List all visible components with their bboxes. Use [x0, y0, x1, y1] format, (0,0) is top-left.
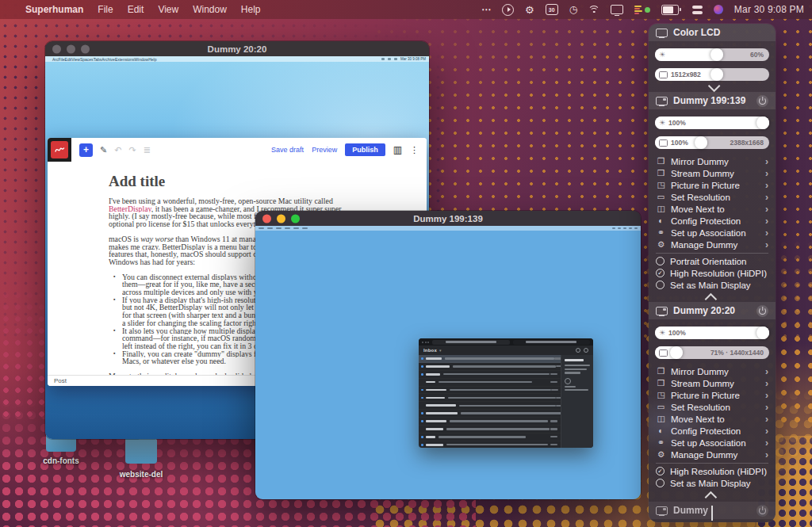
option-toggle[interactable]: ✓ High Resolution (HiDPI) — [649, 465, 776, 477]
color-profile-icon[interactable] — [714, 5, 723, 14]
more-options-icon[interactable] — [410, 145, 419, 155]
email-row[interactable] — [419, 433, 561, 441]
more-status-icon[interactable] — [481, 3, 491, 16]
menu-item[interactable]: ⚭ Set up Association › — [649, 227, 776, 239]
email-row[interactable] — [419, 410, 561, 418]
calendar-icon[interactable]: 30 — [546, 4, 558, 15]
save-draft-button[interactable]: Save draft — [271, 146, 304, 154]
menu-item[interactable]: ◫ Move Next to › — [649, 413, 776, 425]
menu-item[interactable]: ◳ Picture in Picture › — [649, 389, 776, 401]
inbox-label[interactable]: Inbox — [423, 348, 437, 353]
menu-item[interactable]: ◐ Config Protection › — [649, 215, 776, 227]
titlebar[interactable]: Dummy 199:139 — [255, 211, 641, 226]
email-tab-active[interactable] — [432, 340, 510, 345]
menu-item[interactable]: ⚭ Set up Association › — [649, 437, 776, 449]
email-client-window[interactable]: Inbox ▾ — [419, 338, 593, 448]
option-toggle[interactable]: ✓ Portrait Orientation — [649, 255, 776, 267]
email-row[interactable] — [419, 441, 561, 448]
post-title-placeholder[interactable]: Add title — [109, 173, 407, 190]
menu-item[interactable]: ◳ Picture in Picture › — [649, 179, 776, 191]
document-outline-icon[interactable] — [144, 145, 151, 155]
traffic-lights[interactable] — [52, 44, 90, 53]
option-toggle[interactable]: ✓ Set as Main Display — [649, 279, 776, 291]
minimize-button[interactable] — [277, 214, 285, 223]
menu-item[interactable]: ▭ Set Resolution › — [649, 191, 776, 203]
resolution-slider-dummy-199[interactable]: 100% 2388x1668 — [655, 136, 769, 149]
email-row[interactable] — [419, 426, 561, 433]
power-button[interactable] — [756, 505, 768, 517]
app-menu-superhuman[interactable]: Superhuman — [25, 4, 83, 15]
settings-panel-icon[interactable] — [393, 144, 402, 155]
slider-knob[interactable] — [756, 116, 769, 129]
slider-knob[interactable] — [695, 136, 707, 149]
email-row[interactable] — [419, 371, 561, 379]
menu-item[interactable]: ❒ Stream Dummy › — [649, 377, 776, 389]
menu-bar-clock[interactable]: Mar 30 9:08 PM — [734, 4, 804, 15]
email-row[interactable] — [419, 379, 561, 387]
option-toggle[interactable]: ✓ High Resolution (HiDPI) — [649, 267, 776, 279]
menu-item[interactable]: File — [98, 4, 113, 15]
email-row[interactable] — [419, 394, 561, 402]
compose-icon[interactable] — [576, 348, 580, 353]
publish-button[interactable]: Publish — [345, 143, 385, 156]
menu-item[interactable]: ⚙ Manage Dummy › — [649, 239, 776, 250]
site-logo-icon[interactable] — [51, 141, 68, 158]
option-toggle[interactable]: ✓ Set as Main Display — [649, 477, 776, 489]
collapse-control[interactable] — [649, 491, 776, 500]
zoom-button[interactable] — [291, 214, 300, 223]
gear-icon[interactable] — [525, 3, 534, 16]
slider-knob[interactable] — [756, 327, 769, 339]
search-icon[interactable] — [584, 348, 588, 353]
undo-icon[interactable] — [114, 145, 121, 155]
brightness-slider-dummy-199[interactable]: 100% — [655, 116, 769, 129]
folder-icon[interactable] — [125, 438, 157, 464]
collapse-control[interactable] — [649, 292, 776, 302]
add-block-button[interactable] — [79, 143, 93, 157]
stack-icon[interactable] — [692, 6, 703, 14]
menu-item[interactable]: ◫ Move Next to › — [649, 203, 776, 215]
menu-item[interactable]: Window — [193, 4, 227, 15]
menu-item[interactable]: ⚙ Manage Dummy › — [649, 449, 776, 460]
power-button[interactable] — [756, 95, 768, 107]
traffic-lights[interactable] — [262, 214, 300, 223]
display-icon[interactable] — [611, 5, 623, 14]
collapse-control[interactable] — [649, 82, 776, 92]
resolution-slider-color-lcd[interactable]: 1512x982 — [655, 68, 769, 81]
titlebar[interactable]: Dummy 20:20 — [45, 41, 429, 56]
betterdisplay-link[interactable]: BetterDisplay — [109, 205, 151, 213]
menu-item[interactable]: ◐ Config Protection › — [649, 425, 776, 437]
battery-icon[interactable] — [661, 3, 681, 16]
brightness-slider-dummy-2020[interactable]: 100% — [655, 327, 769, 339]
close-button[interactable] — [262, 214, 271, 223]
menu-item[interactable]: ❐ Mirror Dummy › — [649, 155, 776, 167]
redo-icon[interactable] — [128, 145, 136, 155]
slider-knob[interactable] — [670, 346, 683, 359]
menu-item[interactable]: Edit — [128, 4, 144, 15]
menu-item[interactable]: ❐ Mirror Dummy › — [649, 365, 776, 377]
brightness-slider-color-lcd[interactable]: 60% — [655, 48, 769, 61]
menu-item[interactable]: Help — [241, 4, 261, 15]
email-tab-inactive[interactable] — [513, 340, 591, 345]
slider-knob[interactable] — [710, 48, 723, 61]
email-row[interactable] — [419, 355, 561, 363]
power-button[interactable] — [756, 305, 768, 317]
menu-item[interactable]: View — [158, 4, 178, 15]
email-row[interactable] — [419, 387, 561, 395]
site-logo-well[interactable] — [48, 138, 71, 162]
email-row[interactable] — [419, 363, 561, 371]
email-list[interactable] — [419, 355, 561, 448]
email-row[interactable] — [419, 418, 561, 426]
breadcrumb[interactable]: Post — [54, 377, 67, 384]
menu-item[interactable]: ❒ Stream Dummy › — [649, 167, 776, 179]
play-circle-icon[interactable] — [502, 4, 514, 16]
stats-icon[interactable] — [634, 3, 650, 16]
email-row[interactable] — [419, 402, 561, 410]
wifi-icon[interactable] — [588, 6, 599, 14]
window-dummy-199-139[interactable]: Dummy 199:139 Inbox ▾ — [255, 211, 641, 499]
scroll-more-control[interactable] — [711, 506, 713, 520]
session-clock-icon[interactable] — [569, 3, 577, 16]
preview-button[interactable]: Preview — [312, 146, 337, 154]
slider-knob[interactable] — [710, 68, 723, 81]
resolution-slider-dummy-2020[interactable]: 71% · 1440x1440 — [655, 346, 769, 359]
desktop-icon-website-del[interactable]: website-del — [109, 438, 173, 479]
